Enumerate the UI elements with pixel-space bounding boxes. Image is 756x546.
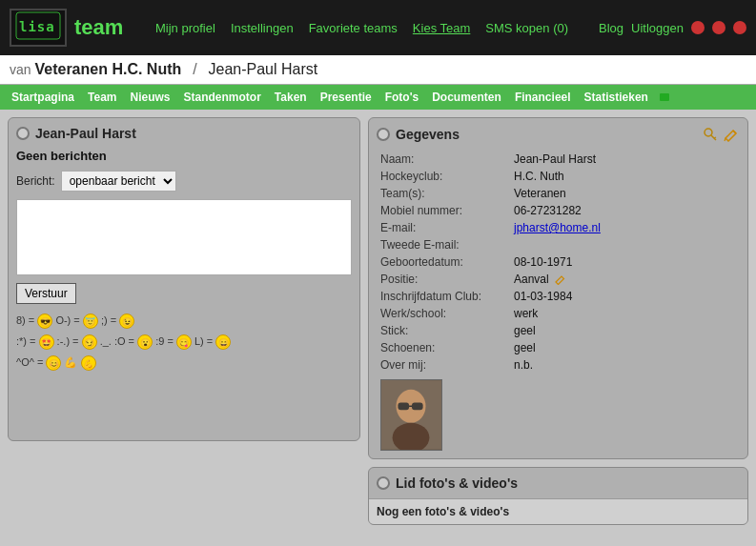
logo-box: lisa — [10, 9, 67, 47]
emoji-side[interactable]: 😏 — [82, 334, 97, 350]
field-label-teams: Team(s): — [377, 185, 510, 202]
emoji-happy[interactable]: 😊 — [46, 355, 61, 371]
svg-rect-10 — [412, 402, 423, 410]
sub-nav-taken[interactable]: Taken — [269, 89, 313, 106]
svg-rect-9 — [398, 402, 409, 410]
header: lisa team Mijn profiel Instellingen Favo… — [0, 0, 756, 55]
gegevens-title: Gegevens — [396, 127, 460, 142]
sub-nav-documenten[interactable]: Documenten — [426, 89, 507, 106]
top-right: Blog Uitloggen — [599, 21, 746, 35]
sub-nav-indicator — [660, 93, 669, 101]
sub-nav: Startpagina Team Nieuws Standenmotor Tak… — [0, 85, 756, 110]
message-textarea[interactable] — [16, 199, 352, 275]
logo-area: lisa team — [10, 9, 123, 47]
left-panel: Jean-Paul Harst Geen berichten Bericht: … — [8, 117, 360, 525]
lid-panel-title: Lid foto's & video's — [396, 475, 518, 491]
nav-sms-kopen[interactable]: SMS kopen (0) — [485, 21, 568, 35]
geen-berichten: Geen berichten — [16, 149, 352, 163]
table-row: Schoenen: geel — [377, 339, 740, 356]
table-row: Hockeyclub: H.C. Nuth — [377, 168, 740, 185]
positie-edit-icon[interactable] — [555, 273, 565, 286]
sub-nav-nieuws[interactable]: Nieuws — [124, 89, 175, 106]
breadcrumb-team: Veteranen H.C. Nuth — [34, 61, 181, 77]
emoji-open[interactable]: 😮 — [137, 334, 153, 350]
field-value-teams: Veteranen — [510, 185, 740, 202]
emoji-text-sideface: :-.) = — [57, 335, 79, 347]
field-value-inschrijfdatum: 01-03-1984 — [510, 288, 740, 305]
gegevens-icons — [702, 126, 740, 143]
breadcrumb-van: van — [10, 62, 31, 77]
emoji-text-cap: ^O^ = — [16, 356, 43, 368]
emoji-text-dot: ._. :O = — [100, 335, 134, 347]
bericht-select[interactable]: openbaar bericht privé bericht — [61, 171, 176, 192]
bericht-label: Bericht: — [16, 174, 55, 188]
gegevens-panel: Gegevens — [368, 117, 748, 459]
emoji-star-eyes[interactable]: 🤩 — [39, 334, 54, 350]
sub-nav-startpagina[interactable]: Startpagina — [6, 89, 80, 106]
table-row: Mobiel nummer: 06-27231282 — [377, 202, 740, 219]
email-link[interactable]: jpharst@home.nl — [514, 221, 601, 234]
emoji-text-star: :*) = — [16, 335, 35, 347]
nav-mijn-profiel[interactable]: Mijn profiel — [155, 21, 215, 35]
table-row: Over mij: n.b. — [377, 356, 740, 374]
traffic-light-red1 — [691, 21, 705, 34]
nav-kies-team[interactable]: Kies Team — [413, 21, 470, 35]
field-label-geboortedatum: Geboortedatum: — [377, 253, 510, 271]
panel-circle — [16, 127, 30, 140]
bericht-row: Bericht: openbaar bericht privé bericht — [16, 171, 352, 192]
emoji-wink[interactable]: 😉 — [119, 313, 134, 329]
main-content: Jean-Paul Harst Geen berichten Bericht: … — [0, 110, 756, 533]
sub-nav-team[interactable]: Team — [82, 89, 122, 106]
profile-photo-inner — [381, 380, 441, 450]
gegevens-edit-icon[interactable] — [723, 126, 740, 143]
emoji-halo[interactable]: 😇 — [83, 313, 98, 329]
emoji-flex[interactable]: 💪 — [81, 355, 96, 371]
lid-panel-header: Lid foto's & video's — [369, 468, 747, 499]
field-label-schoenen: Schoenen: — [377, 339, 510, 356]
field-label-naam: Naam: — [377, 151, 510, 168]
nav-favoriete-teams[interactable]: Favoriete teams — [309, 21, 398, 35]
field-label-mobiel: Mobiel nummer: — [377, 202, 510, 219]
svg-point-2 — [705, 129, 712, 136]
sub-nav-standenmotor[interactable]: Standenmotor — [178, 89, 267, 106]
field-label-email: E-mail: — [377, 219, 510, 236]
lid-panel: Lid foto's & video's Nog een foto's & vi… — [368, 467, 748, 525]
breadcrumb: van Veteranen H.C. Nuth / Jean-Paul Hars… — [0, 55, 756, 85]
breadcrumb-sep: / — [193, 61, 196, 77]
textarea-wrapper — [16, 199, 352, 275]
field-value-positie: Aanval — [510, 271, 740, 288]
emoji-text-o: O-) = — [55, 314, 79, 326]
field-label-hockeyclub: Hockeyclub: — [377, 168, 510, 185]
lid-panel-circle — [377, 476, 390, 490]
sub-nav-presentie[interactable]: Presentie — [315, 89, 378, 106]
table-row: Naam: Jean-Paul Harst — [377, 151, 740, 168]
gegevens-circle — [377, 128, 390, 141]
sub-nav-statistieken[interactable]: Statistieken — [579, 89, 654, 106]
emoji-cool[interactable]: 😎 — [37, 313, 52, 329]
svg-line-4 — [714, 137, 716, 138]
panel-title: Jean-Paul Harst — [35, 126, 136, 141]
sub-nav-financieel[interactable]: Financieel — [509, 89, 577, 106]
uitloggen-link[interactable]: Uitloggen — [631, 21, 684, 35]
breadcrumb-person: Jean-Paul Harst — [209, 61, 318, 77]
svg-line-5 — [733, 131, 736, 133]
table-row: Geboortedatum: 08-10-1971 — [377, 253, 740, 271]
field-value-tweede-email — [510, 236, 740, 253]
field-value-email[interactable]: jpharst@home.nl — [510, 219, 740, 236]
field-value-schoenen: geel — [510, 339, 740, 356]
right-panel: Gegevens — [368, 117, 748, 525]
verstuur-button[interactable]: Verstuur — [16, 283, 76, 304]
emoji-yum[interactable]: 😋 — [176, 334, 192, 350]
gegevens-key-icon[interactable] — [702, 126, 719, 143]
table-row: Team(s): Veteranen — [377, 185, 740, 202]
profile-photo — [380, 379, 442, 451]
nav-instellingen[interactable]: Instellingen — [231, 21, 294, 35]
sub-nav-fotos[interactable]: Foto's — [379, 89, 425, 106]
svg-line-6 — [725, 138, 725, 141]
emoji-hehe[interactable]: 😄 — [215, 334, 231, 350]
emoji-row-3: ^O^ = 😊 💪 💪 — [16, 354, 352, 373]
traffic-light-red2 — [712, 21, 725, 34]
table-row: Werk/school: werk — [377, 305, 740, 322]
logo-text: lisa — [14, 10, 62, 45]
blog-link[interactable]: Blog — [599, 21, 623, 35]
